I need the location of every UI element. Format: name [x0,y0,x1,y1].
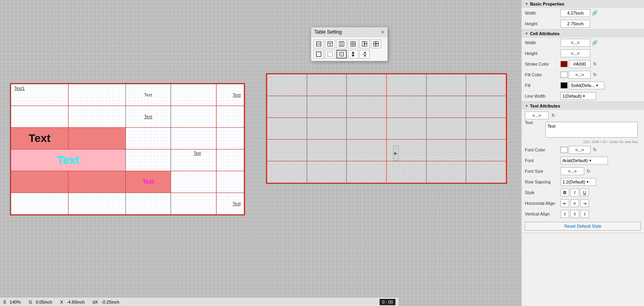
table-cell-merged[interactable]: Text [11,149,126,171]
text-attributes-header[interactable]: ▼ Text Attributes [522,102,644,110]
table-cell[interactable] [267,118,307,140]
font-color-swatch[interactable] [560,147,568,153]
row-spacing-dropdown[interactable]: 1.2(Default) ▼ [560,178,596,186]
table-cell[interactable] [347,118,387,140]
text-value-refresh[interactable]: ↻ [550,112,557,119]
table-cell[interactable]: Text [11,128,68,149]
fill-color-swatch[interactable] [560,72,568,78]
table-cell[interactable] [68,171,125,193]
table-cell[interactable] [68,106,125,128]
basic-properties-header[interactable]: ▼ Basic Properties [522,0,644,8]
table-icon-4[interactable] [348,40,358,48]
font-color-input[interactable] [569,146,591,154]
stroke-color-swatch[interactable] [560,61,568,67]
table-cell[interactable] [307,161,347,183]
border-icon-3[interactable] [336,50,347,59]
table-cell[interactable] [307,74,347,96]
table-cell[interactable] [68,84,125,106]
basic-link-button[interactable]: 🔗 [591,10,598,16]
h-align-center-button[interactable]: ≡ [570,199,579,207]
stroke-color-input[interactable] [569,60,591,68]
align-icon-2[interactable] [359,50,370,59]
table-cell[interactable] [125,128,171,149]
reset-default-style-button[interactable]: Reset Default Style [525,222,641,230]
table-cell[interactable]: Text [125,106,171,128]
table-cell[interactable] [171,193,217,215]
dialog-title-bar[interactable]: Table Setting × [311,27,388,37]
fill-color-input[interactable] [569,71,591,79]
table-cell[interactable] [426,74,466,96]
table-cell[interactable] [307,118,347,140]
table-cell[interactable] [307,140,347,161]
table-icon-3[interactable] [336,40,347,48]
table-cell[interactable] [426,118,466,140]
table-cell[interactable] [386,161,426,183]
table-cell[interactable] [307,96,347,118]
table-cell[interactable]: Text [217,193,244,215]
table-cell[interactable] [466,96,506,118]
cell-width-input[interactable] [560,39,590,47]
style-underline-button[interactable]: U [580,189,589,196]
table-cell[interactable] [267,96,307,118]
fill-dropdown[interactable]: Solid(Defa... ▼ [569,81,604,89]
table-cell[interactable] [386,140,426,161]
v-align-bottom-button[interactable]: ⇩ [580,210,589,218]
text-value-input[interactable] [525,111,549,119]
table-cell[interactable] [466,140,506,161]
panel-collapse-button[interactable]: ▶ [393,145,399,161]
stroke-color-refresh[interactable]: ↻ [592,61,598,67]
table-cell[interactable]: Text [125,84,171,106]
table-cell[interactable] [267,74,307,96]
table-cell[interactable]: Text1 [11,84,68,106]
table-cell[interactable] [347,161,387,183]
table-cell[interactable] [386,118,426,140]
font-size-refresh[interactable]: ↻ [585,168,592,174]
v-align-middle-button[interactable]: ⇳ [570,210,579,218]
table-cell[interactable] [171,84,217,106]
table-cell[interactable] [217,128,244,149]
table-icon-6[interactable] [371,40,381,48]
table-cell[interactable]: Text [125,171,171,193]
table-icon-1[interactable] [313,40,324,48]
cell-height-input[interactable] [560,49,590,57]
fill-color-refresh[interactable]: ↻ [592,72,598,78]
h-align-right-button[interactable]: ⇥ [580,199,589,207]
table-cell[interactable] [267,161,307,183]
table-cell[interactable]: Text [217,84,244,106]
table-cell[interactable] [466,161,506,183]
table-cell[interactable] [171,128,217,149]
table-cell[interactable] [386,74,426,96]
font-dropdown[interactable]: Arial(Default) ▼ [560,157,608,164]
border-icon-1[interactable] [313,50,324,59]
table-cell[interactable] [11,171,68,193]
table-cell[interactable] [466,118,506,140]
table-cell[interactable] [426,140,466,161]
table-cell[interactable] [68,128,125,149]
text-textarea[interactable]: Text [545,122,638,138]
v-align-top-button[interactable]: ⇧ [560,210,569,218]
table-cell[interactable] [267,140,307,161]
table-icon-5[interactable] [359,40,370,48]
table-cell[interactable] [68,193,125,215]
table-cell[interactable] [426,161,466,183]
table-cell[interactable] [217,171,244,193]
font-color-refresh[interactable]: ↻ [592,147,598,153]
basic-height-input[interactable] [560,20,590,28]
table-cell[interactable] [171,171,217,193]
table-cell[interactable]: Text [171,149,217,171]
line-width-dropdown[interactable]: 1(Default) ▼ [560,92,596,100]
cell-link-button[interactable]: 🔗 [591,40,598,46]
table-cell[interactable] [125,149,171,171]
table-icon-2[interactable] [325,40,335,48]
table-cell[interactable] [11,193,68,215]
basic-width-input[interactable] [560,9,590,17]
dialog-close-button[interactable]: × [381,29,384,35]
font-size-input[interactable] [560,167,584,175]
border-icon-2[interactable] [325,50,335,59]
table-cell[interactable] [217,106,244,128]
table-cell[interactable] [347,96,387,118]
table-cell[interactable] [171,106,217,128]
table-cell[interactable] [125,193,171,215]
align-icon-1[interactable] [348,50,358,59]
cell-attributes-header[interactable]: ▼ Cell Attributes [522,30,644,38]
